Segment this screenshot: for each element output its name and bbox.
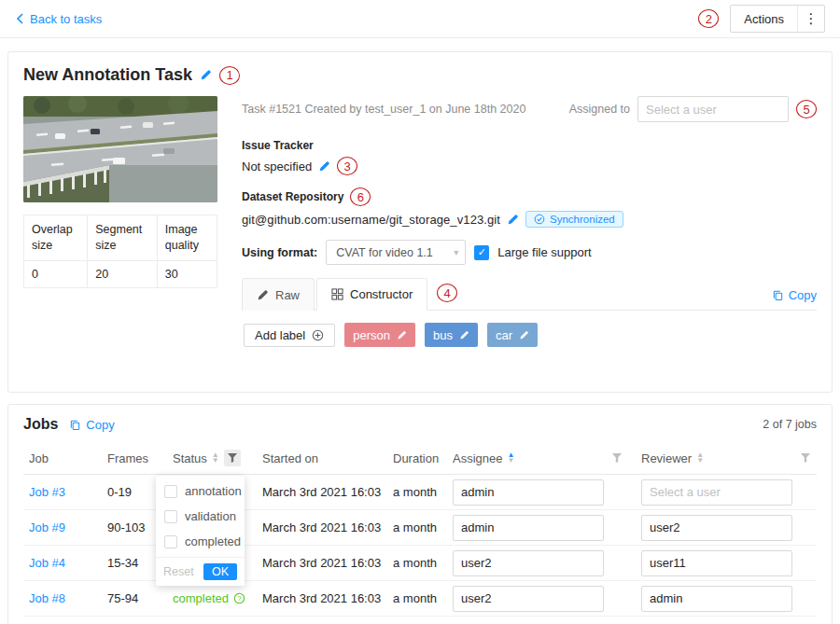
reviewer-filter-icon[interactable] xyxy=(800,452,811,464)
completed-checkbox[interactable] xyxy=(164,535,177,548)
top-bar-right: 2 Actions ⋮ xyxy=(698,5,825,33)
param-quality-header: Image quality xyxy=(157,215,217,261)
sync-status-badge: Synchronized xyxy=(525,211,623,228)
assignee-input[interactable] xyxy=(453,479,604,506)
back-chevron-icon xyxy=(15,13,24,24)
filter-option-annotation[interactable]: annotation xyxy=(156,478,245,504)
column-reviewer-label: Reviewer xyxy=(641,451,692,465)
job-row: Job #9 90-103 March 3rd 2021 16:03 a mon… xyxy=(23,510,817,546)
param-segment-value: 20 xyxy=(88,260,158,287)
assigned-to-label: Assigned to xyxy=(569,103,630,116)
jobs-header: Jobs Copy 2 of 7 jobs xyxy=(23,416,817,433)
sync-check-icon xyxy=(534,214,545,225)
edit-issue-tracker-icon[interactable] xyxy=(318,160,330,173)
dataset-repository-block: Dataset Repository 6 git@github.com:user… xyxy=(242,187,817,228)
assignee-input[interactable] xyxy=(453,586,604,612)
column-started: Started on xyxy=(257,451,387,465)
edit-label-icon[interactable] xyxy=(459,330,469,340)
copy-icon xyxy=(772,289,784,301)
edit-label-icon[interactable] xyxy=(519,330,529,340)
started-cell: March 3rd 2021 16:03 xyxy=(257,591,387,605)
label-chip-person[interactable]: person xyxy=(344,323,415,347)
reviewer-input[interactable] xyxy=(641,515,792,541)
column-status-label: Status xyxy=(173,451,207,465)
format-select-value: CVAT for video 1.1 xyxy=(336,246,433,259)
task-preview-image xyxy=(23,96,217,202)
duration-cell: a month xyxy=(387,520,447,534)
job-link[interactable]: Job #4 xyxy=(29,556,65,570)
add-label-button[interactable]: Add label xyxy=(244,324,335,347)
job-link[interactable]: Job #3 xyxy=(29,485,65,499)
tab-constructor[interactable]: Constructor xyxy=(316,278,427,311)
assignee-filter-icon[interactable] xyxy=(611,452,623,464)
issue-tracker-label: Issue Tracker xyxy=(242,139,817,152)
large-file-checkbox[interactable]: ✓ xyxy=(474,245,489,260)
assignee-sort-icon[interactable]: ▲▼ xyxy=(507,452,514,464)
assignee-input[interactable] xyxy=(453,550,604,576)
labels-row: Add label person bus xyxy=(244,323,815,347)
raw-pencil-icon xyxy=(257,289,269,301)
job-link[interactable]: Job #8 xyxy=(29,591,65,605)
labels-tabbar: Raw Constructor 4 Copy xyxy=(242,278,817,311)
status-cell: completed ? xyxy=(173,591,245,605)
edit-title-icon[interactable] xyxy=(200,69,212,81)
edit-label-icon[interactable] xyxy=(397,330,407,340)
assigned-to-input[interactable] xyxy=(637,96,789,122)
filter-option-validation-label: validation xyxy=(185,509,236,523)
duration-cell: a month xyxy=(387,591,447,605)
constructor-icon xyxy=(331,288,343,300)
jobs-card: Jobs Copy 2 of 7 jobs Job Frames Status … xyxy=(7,404,833,624)
copy-labels-link[interactable]: Copy xyxy=(772,288,817,302)
jobs-count: 2 of 7 jobs xyxy=(763,418,817,431)
issue-tracker-block: Issue Tracker Not specified 3 xyxy=(242,139,817,175)
status-filter-dropdown: annotation validation completed Reset OK xyxy=(156,476,245,586)
actions-button-label[interactable]: Actions xyxy=(731,6,797,32)
edit-repository-icon[interactable] xyxy=(507,214,519,226)
column-frames-label: Frames xyxy=(107,451,148,465)
params-header-row: Overlap size Segment size Image quality xyxy=(24,215,217,261)
filter-option-validation[interactable]: validation xyxy=(156,504,245,529)
actions-button[interactable]: Actions ⋮ xyxy=(730,5,825,33)
param-overlap-header: Overlap size xyxy=(24,215,88,261)
more-actions-icon[interactable]: ⋮ xyxy=(798,6,824,32)
filter-reset-button[interactable]: Reset xyxy=(163,565,194,578)
task-card: New Annotation Task 1 xyxy=(7,51,833,393)
back-to-tasks-link[interactable]: Back to tasks xyxy=(15,12,102,26)
reviewer-input[interactable] xyxy=(641,550,792,576)
label-chip-bus[interactable]: bus xyxy=(425,323,478,347)
callout-1: 1 xyxy=(219,66,240,85)
label-chip-car[interactable]: car xyxy=(487,323,538,347)
column-started-label: Started on xyxy=(262,451,318,465)
column-assignee[interactable]: Assignee ▲▼ xyxy=(447,451,636,465)
reviewer-input[interactable] xyxy=(641,586,792,612)
label-chip-person-name: person xyxy=(353,328,390,342)
filter-option-completed[interactable]: completed xyxy=(156,529,245,554)
jobs-table-header: Job Frames Status ▲▼ Started on Duration… xyxy=(23,442,817,475)
param-segment-header: Segment size xyxy=(88,215,158,261)
column-reviewer[interactable]: Reviewer ▲▼ xyxy=(636,451,817,465)
job-link[interactable]: Job #9 xyxy=(29,520,65,534)
tab-raw[interactable]: Raw xyxy=(242,278,315,311)
tab-raw-label: Raw xyxy=(275,288,300,302)
copy-jobs-link[interactable]: Copy xyxy=(69,418,114,432)
assignee-input[interactable] xyxy=(453,515,604,541)
format-select[interactable]: CVAT for video 1.1 ▾ xyxy=(326,240,466,265)
chevron-down-icon: ▾ xyxy=(454,247,458,257)
status-sort-icon[interactable]: ▲▼ xyxy=(212,452,219,464)
labels-tabs: Raw Constructor 4 Copy xyxy=(242,278,817,400)
job-row: Job #8 75-94 completed ? March 3rd 2021 … xyxy=(23,581,817,617)
annotation-checkbox[interactable] xyxy=(164,485,177,498)
column-status[interactable]: Status ▲▼ xyxy=(167,450,257,466)
format-row: Using format: CVAT for video 1.1 ▾ ✓ Lar… xyxy=(242,240,817,265)
filter-ok-button[interactable]: OK xyxy=(203,563,237,580)
back-to-tasks-label: Back to tasks xyxy=(30,12,102,26)
task-meta-row: Task #1521 Created by test_user_1 on Jun… xyxy=(242,96,817,122)
task-meta: Task #1521 Created by test_user_1 on Jun… xyxy=(242,103,525,116)
status-filter-icon[interactable] xyxy=(224,450,241,466)
validation-checkbox[interactable] xyxy=(164,510,177,523)
callout-5: 5 xyxy=(796,100,817,118)
filter-option-completed-label: completed xyxy=(185,534,241,548)
reviewer-input[interactable] xyxy=(641,479,792,506)
column-job-label: Job xyxy=(29,451,49,465)
reviewer-sort-icon[interactable]: ▲▼ xyxy=(696,452,704,464)
